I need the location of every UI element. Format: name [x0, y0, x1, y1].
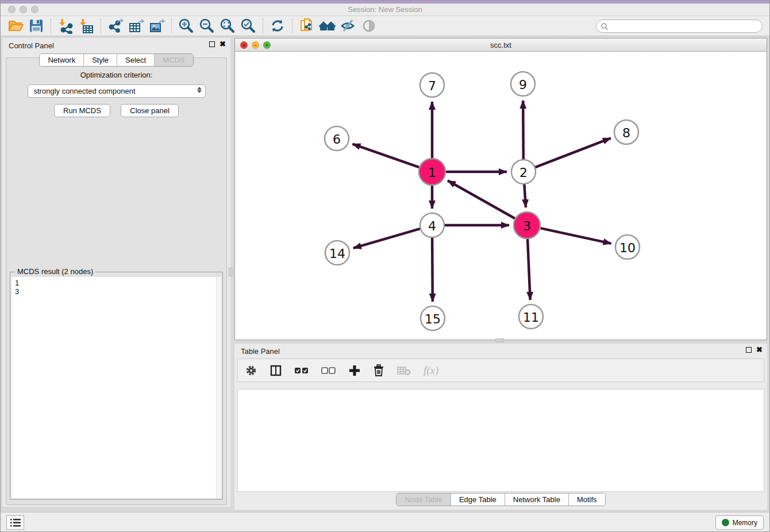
search-input[interactable]	[611, 22, 762, 30]
tab-mcds[interactable]: MCDS	[155, 54, 192, 66]
import-network-button[interactable]	[55, 17, 76, 35]
import-network-icon	[57, 18, 74, 34]
home-legacy-button[interactable]	[317, 17, 338, 35]
deselect-all-icon[interactable]	[321, 366, 336, 375]
control-panel-tabs: Network Style Select MCDS	[2, 53, 230, 67]
export-table-button[interactable]	[126, 17, 147, 35]
control-panel: Control Panel ✖ Network Style Select MCD…	[2, 38, 230, 507]
graph-node-1[interactable]: 1	[419, 159, 445, 185]
svg-text:2: 2	[519, 165, 528, 180]
svg-text:9: 9	[519, 78, 527, 92]
float-table-panel-icon[interactable]	[746, 347, 752, 353]
mcds-result-text[interactable]: 1 3	[11, 277, 221, 498]
memory-status-icon	[722, 519, 729, 526]
export-image-button[interactable]	[147, 17, 167, 35]
hide-graphics-details-button[interactable]	[338, 17, 359, 35]
refresh-icon	[270, 18, 285, 33]
open-session-button[interactable]	[5, 17, 26, 35]
open-folder-icon	[7, 18, 24, 33]
table-panel: Table Panel ✖	[234, 344, 767, 510]
mcds-result-groupbox: MCDS result (2 nodes) 1 3	[10, 272, 223, 500]
svg-text:11: 11	[523, 310, 539, 325]
add-column-icon[interactable]	[348, 364, 361, 377]
edge-3-10[interactable]	[540, 228, 611, 244]
delete-column-icon[interactable]	[373, 364, 384, 377]
close-panel-button[interactable]: Close panel	[121, 104, 179, 117]
graph-node-15[interactable]: 15	[421, 306, 445, 330]
edge-2-3[interactable]	[524, 184, 526, 207]
graph-node-4[interactable]: 4	[420, 213, 444, 237]
select-all-icon[interactable]	[294, 366, 309, 375]
tab-edge-table[interactable]: Edge Table	[451, 494, 505, 506]
float-panel-icon[interactable]	[209, 41, 215, 47]
graph-node-6[interactable]: 6	[325, 126, 349, 151]
svg-text:7: 7	[428, 79, 436, 93]
graph-node-9[interactable]: 9	[511, 72, 535, 96]
selected-option: strongly connected component	[34, 87, 136, 95]
edge-2-8[interactable]	[536, 138, 611, 167]
graph-node-3[interactable]: 3	[514, 212, 540, 238]
network-canvas[interactable]: 7968124314101511	[235, 52, 767, 340]
function-builder-icon[interactable]: f(x)	[424, 364, 438, 377]
zoom-fit-button[interactable]	[217, 17, 238, 35]
table-panel-title: Table Panel	[241, 347, 280, 356]
vertical-splitter-handle[interactable]	[495, 338, 504, 342]
close-panel-icon[interactable]: ✖	[220, 41, 226, 47]
edge-3-1[interactable]	[448, 180, 515, 218]
graph-node-8[interactable]: 8	[614, 120, 638, 144]
duplicate-network-button[interactable]	[297, 17, 317, 35]
tab-motifs[interactable]: Motifs	[569, 494, 605, 506]
svg-text:4: 4	[428, 219, 436, 233]
table-tabs: Node Table Edge Table Network Table Moti…	[234, 493, 767, 507]
export-network-button[interactable]	[105, 17, 126, 35]
graph-node-2[interactable]: 2	[511, 160, 536, 184]
optimization-criterion-select[interactable]: strongly connected component	[28, 84, 206, 98]
edge-3-11[interactable]	[528, 239, 530, 300]
graph-node-10[interactable]: 10	[615, 235, 640, 259]
zoom-in-button[interactable]	[176, 17, 197, 35]
control-panel-title: Control Panel	[9, 41, 54, 50]
settings-gear-icon[interactable]	[245, 364, 257, 377]
zoom-out-button[interactable]	[197, 17, 217, 35]
close-table-panel-icon[interactable]: ✖	[756, 347, 763, 353]
tab-network[interactable]: Network	[40, 54, 84, 66]
column-layout-icon[interactable]	[270, 364, 282, 377]
tab-select[interactable]: Select	[117, 54, 155, 66]
delete-table-icon[interactable]	[396, 365, 411, 376]
save-session-button[interactable]	[26, 17, 47, 35]
graph-node-11[interactable]: 11	[519, 304, 543, 329]
horizontal-splitter-handle[interactable]	[229, 268, 233, 276]
memory-button[interactable]: Memory	[715, 515, 764, 530]
edge-2-9[interactable]	[523, 101, 523, 159]
show-graphics-details-button[interactable]	[359, 17, 379, 35]
task-history-button[interactable]	[6, 515, 24, 530]
export-image-icon	[149, 18, 165, 34]
tab-network-table[interactable]: Network Table	[505, 494, 569, 506]
window-title: Session: New Session	[1, 5, 769, 14]
save-disk-icon	[29, 18, 44, 33]
run-mcds-button[interactable]: Run MCDS	[54, 104, 110, 117]
table-background	[237, 389, 764, 492]
tab-style[interactable]: Style	[84, 54, 117, 66]
graph-node-14[interactable]: 14	[325, 241, 349, 265]
result-scrollbar[interactable]	[216, 277, 221, 498]
table-panel-header: Table Panel ✖	[234, 344, 767, 359]
main-toolbar	[1, 16, 769, 36]
task-list-icon	[10, 519, 21, 527]
edge-4-14[interactable]	[353, 229, 420, 248]
import-table-icon	[78, 18, 94, 34]
zoom-out-icon	[199, 18, 215, 34]
apply-layout-button[interactable]	[267, 17, 288, 35]
duplicate-network-icon	[299, 18, 315, 34]
zoom-selected-button[interactable]	[238, 17, 259, 35]
svg-text:8: 8	[622, 126, 630, 140]
mcds-panel: Optimization criterion: strongly connect…	[6, 57, 227, 505]
graph-node-7[interactable]: 7	[420, 73, 444, 97]
edge-1-6[interactable]	[352, 144, 419, 168]
import-table-button[interactable]	[76, 17, 97, 35]
network-window-titlebar[interactable]: ✕ − + scc.txt	[235, 38, 767, 52]
edge-4-15[interactable]	[432, 238, 433, 302]
memory-label: Memory	[733, 519, 757, 527]
tab-node-table[interactable]: Node Table	[396, 494, 451, 506]
optimization-criterion-label: Optimization criterion:	[6, 71, 226, 79]
